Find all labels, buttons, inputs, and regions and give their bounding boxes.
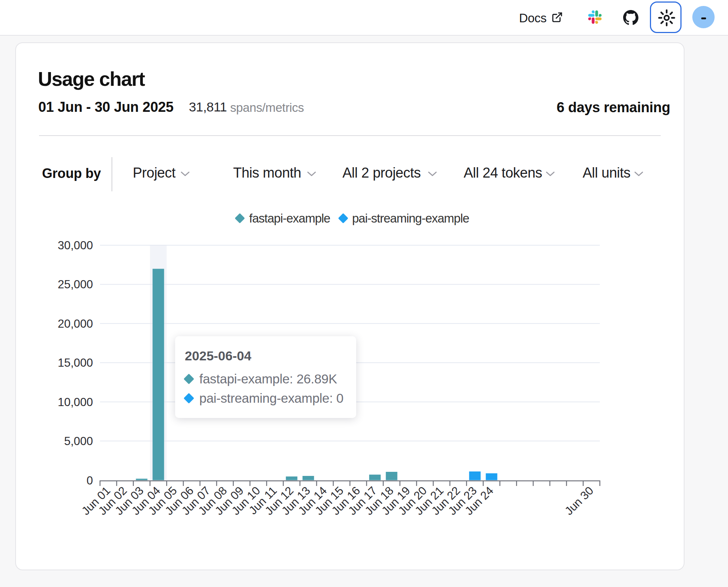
svg-text:fastapi-example: fastapi-example: [249, 211, 330, 225]
svg-text:20,000: 20,000: [58, 317, 93, 330]
svg-text:pai-streaming-example: pai-streaming-example: [352, 211, 469, 225]
svg-text:5,000: 5,000: [64, 435, 93, 448]
svg-text:30,000: 30,000: [58, 239, 93, 252]
svg-text:0: 0: [87, 474, 93, 487]
svg-text:25,000: 25,000: [58, 278, 93, 291]
svg-text:10,000: 10,000: [58, 396, 93, 409]
svg-text:Jun 30: Jun 30: [562, 484, 596, 518]
svg-text:15,000: 15,000: [58, 356, 93, 369]
